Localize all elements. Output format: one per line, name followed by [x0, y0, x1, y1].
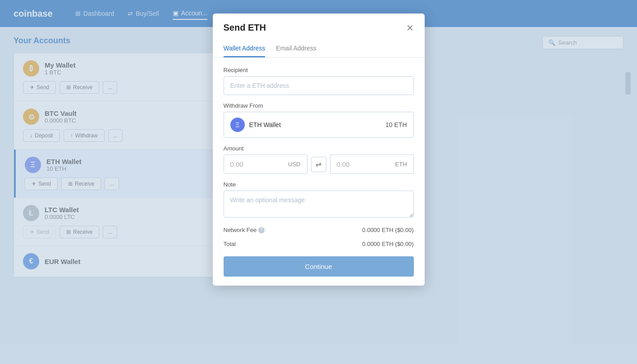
- modal-header: Send ETH ✕: [213, 14, 425, 33]
- swap-currency-button[interactable]: ⇌: [311, 157, 326, 172]
- withdraw-from-group: Withdraw From Ξ ETH Wallet 10 ETH: [224, 102, 414, 138]
- wallet-select-name: ETH Wallet: [249, 121, 281, 128]
- usd-amount-field: USD: [224, 155, 307, 174]
- continue-button[interactable]: Continue: [224, 256, 414, 277]
- tab-email-address[interactable]: Email Address: [276, 40, 316, 57]
- network-fee-label: Network Fee ?: [224, 227, 265, 233]
- recipient-label: Recipient: [224, 67, 414, 73]
- total-row: Total 0.0000 ETH ($0.00): [224, 241, 414, 247]
- modal-tabs: Wallet Address Email Address: [213, 40, 425, 58]
- usd-amount-input[interactable]: [230, 160, 266, 168]
- eth-select-icon: Ξ: [230, 118, 245, 132]
- amount-label: Amount: [224, 145, 414, 152]
- note-field-group: Note: [224, 181, 414, 219]
- withdraw-from-label: Withdraw From: [224, 102, 414, 109]
- modal-close-button[interactable]: ✕: [406, 23, 414, 32]
- modal-title: Send ETH: [224, 23, 266, 33]
- recipient-field-group: Recipient: [224, 67, 414, 95]
- tab-wallet-address[interactable]: Wallet Address: [224, 40, 266, 57]
- wallet-select-balance: 10 ETH: [385, 121, 407, 128]
- eth-amount-field: ETH: [330, 155, 414, 174]
- amount-field-group: Amount USD ⇌ ETH: [224, 145, 414, 174]
- network-fee-value: 0.0000 ETH ($0.00): [362, 227, 413, 233]
- network-fee-row: Network Fee ? 0.0000 ETH ($0.00): [224, 227, 414, 233]
- eth-currency-label: ETH: [395, 161, 407, 168]
- eth-amount-input[interactable]: [337, 160, 373, 168]
- note-textarea[interactable]: [224, 191, 414, 218]
- wallet-select[interactable]: Ξ ETH Wallet 10 ETH: [224, 112, 414, 138]
- amount-row: USD ⇌ ETH: [224, 155, 414, 174]
- usd-currency-label: USD: [288, 161, 300, 168]
- modal-body: Recipient Withdraw From Ξ ETH Wallet 10 …: [213, 58, 425, 286]
- total-label: Total: [224, 241, 236, 247]
- note-label: Note: [224, 181, 414, 188]
- recipient-input[interactable]: [224, 76, 414, 95]
- wallet-select-left: Ξ ETH Wallet: [230, 118, 281, 132]
- total-value: 0.0000 ETH ($0.00): [362, 241, 413, 247]
- send-eth-modal: Send ETH ✕ Wallet Address Email Address …: [213, 14, 425, 286]
- network-fee-help-icon[interactable]: ?: [258, 227, 265, 233]
